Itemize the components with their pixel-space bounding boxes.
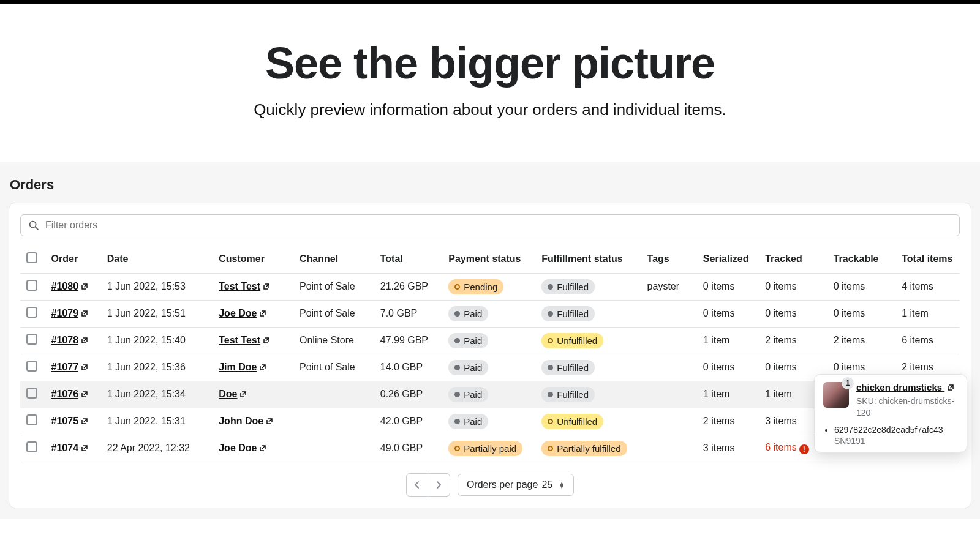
order-channel: Online Store: [293, 327, 374, 354]
order-channel: Point of Sale: [293, 273, 374, 300]
order-total-items: 6 items: [895, 327, 960, 354]
svg-line-1: [36, 227, 39, 230]
col-payment-status[interactable]: Payment status: [442, 245, 535, 274]
status-badge: Paid: [448, 360, 488, 375]
order-tags: [641, 408, 697, 435]
external-link-icon: [81, 337, 88, 344]
item-qty-badge: 1: [842, 377, 854, 389]
status-badge: Paid: [448, 414, 488, 429]
per-page-label: Orders per page: [467, 479, 538, 490]
panel-title: Orders: [10, 177, 971, 193]
customer-link[interactable]: Test Test: [219, 281, 260, 291]
chevron-right-icon: [435, 481, 442, 489]
order-tags: [641, 381, 697, 408]
status-badge: Paid: [448, 333, 488, 348]
order-link[interactable]: #1080: [51, 281, 79, 291]
col-customer[interactable]: Customer: [213, 245, 293, 274]
row-checkbox[interactable]: [26, 441, 37, 452]
order-link[interactable]: #1079: [51, 308, 79, 318]
item-title-link[interactable]: chicken drumsticks: [856, 382, 954, 392]
col-channel[interactable]: Channel: [293, 245, 374, 274]
order-tracked: 0 items: [759, 300, 827, 327]
order-total: 47.99 GBP: [374, 327, 443, 354]
order-total-items: 1 item: [895, 300, 960, 327]
order-date: 1 Jun 2022, 15:31: [101, 408, 213, 435]
external-link-icon: [239, 391, 247, 398]
item-sn: SN9191: [834, 436, 958, 446]
table-row[interactable]: #1080 1 Jun 2022, 15:53 Test Test Point …: [20, 273, 960, 300]
customer-link[interactable]: Jim Doe: [219, 362, 257, 372]
col-order[interactable]: Order: [45, 245, 101, 274]
hero-subtitle: Quickly preview information about your o…: [12, 100, 968, 119]
col-date[interactable]: Date: [101, 245, 213, 274]
order-tags: [641, 435, 697, 462]
col-serialized[interactable]: Serialized: [697, 245, 759, 274]
hero-title: See the bigger picture: [12, 40, 968, 87]
table-row[interactable]: #1078 1 Jun 2022, 15:40 Test Test Online…: [20, 327, 960, 354]
order-serialized: 0 items: [697, 354, 759, 381]
order-channel: [293, 381, 374, 408]
order-channel: Point of Sale: [293, 354, 374, 381]
row-checkbox[interactable]: [26, 280, 37, 291]
table-row[interactable]: #1079 1 Jun 2022, 15:51 Joe Doe Point of…: [20, 300, 960, 327]
order-link[interactable]: #1078: [51, 335, 79, 345]
item-serial-list: 6297822c2e8d2ead5f7afc43: [834, 425, 958, 435]
status-badge: Partially paid: [448, 441, 522, 456]
order-serialized: 2 items: [697, 408, 759, 435]
order-trackable: 0 items: [827, 273, 896, 300]
select-all-checkbox[interactable]: [26, 252, 37, 263]
order-date: 22 Apr 2022, 12:32: [101, 435, 213, 462]
orders-panel: Order Date Customer Channel Total Paymen…: [9, 203, 971, 508]
status-badge: Fulfilled: [541, 306, 595, 321]
order-link[interactable]: #1075: [51, 416, 79, 426]
row-checkbox[interactable]: [26, 414, 37, 425]
prev-page-button[interactable]: [406, 473, 428, 497]
order-tags: [641, 354, 697, 381]
col-trackable[interactable]: Trackable: [827, 245, 896, 274]
next-page-button[interactable]: [428, 473, 450, 497]
external-link-icon: [266, 418, 273, 425]
order-serialized: 1 item: [697, 327, 759, 354]
order-serialized: 1 item: [697, 381, 759, 408]
customer-link[interactable]: Doe: [219, 389, 237, 399]
order-link[interactable]: #1074: [51, 443, 79, 453]
row-checkbox[interactable]: [26, 388, 37, 399]
row-checkbox[interactable]: [26, 361, 37, 372]
order-link[interactable]: #1076: [51, 389, 79, 399]
order-link[interactable]: #1077: [51, 362, 79, 372]
filter-input[interactable]: [45, 220, 952, 231]
row-checkbox[interactable]: [26, 307, 37, 318]
col-fulfillment-status[interactable]: Fulfillment status: [535, 245, 641, 274]
col-tracked[interactable]: Tracked: [759, 245, 827, 274]
external-link-icon: [81, 391, 88, 398]
customer-link[interactable]: Joe Doe: [219, 443, 257, 453]
chevron-left-icon: [414, 481, 420, 489]
row-checkbox[interactable]: [26, 334, 37, 345]
external-link-icon: [263, 337, 270, 344]
alert-icon: !: [799, 444, 809, 454]
filter-bar[interactable]: [20, 214, 960, 236]
col-tags[interactable]: Tags: [641, 245, 697, 274]
status-badge: Unfulfilled: [541, 414, 603, 429]
per-page-select[interactable]: Orders per page 25 ▲▼: [458, 474, 574, 496]
status-badge: Fulfilled: [541, 279, 595, 294]
per-page-value: 25: [541, 479, 552, 490]
order-total: 0.26 GBP: [374, 381, 443, 408]
external-link-icon: [81, 418, 88, 425]
external-link-icon: [81, 310, 88, 317]
search-icon: [28, 220, 39, 231]
customer-link[interactable]: Test Test: [219, 335, 260, 345]
pagination: Orders per page 25 ▲▼: [20, 462, 960, 499]
col-total-items[interactable]: Total items: [895, 245, 960, 274]
order-serialized: 0 items: [697, 273, 759, 300]
order-date: 1 Jun 2022, 15:40: [101, 327, 213, 354]
item-serial: 6297822c2e8d2ead5f7afc43: [834, 425, 958, 435]
status-badge: Fulfilled: [541, 360, 595, 375]
col-total[interactable]: Total: [374, 245, 443, 274]
customer-link[interactable]: Joe Doe: [219, 308, 257, 318]
external-link-icon: [81, 364, 88, 371]
customer-link[interactable]: John Doe: [219, 416, 263, 426]
status-badge: Paid: [448, 306, 488, 321]
order-total: 49.0 GBP: [374, 435, 443, 462]
order-tracked: 0 items: [759, 273, 827, 300]
